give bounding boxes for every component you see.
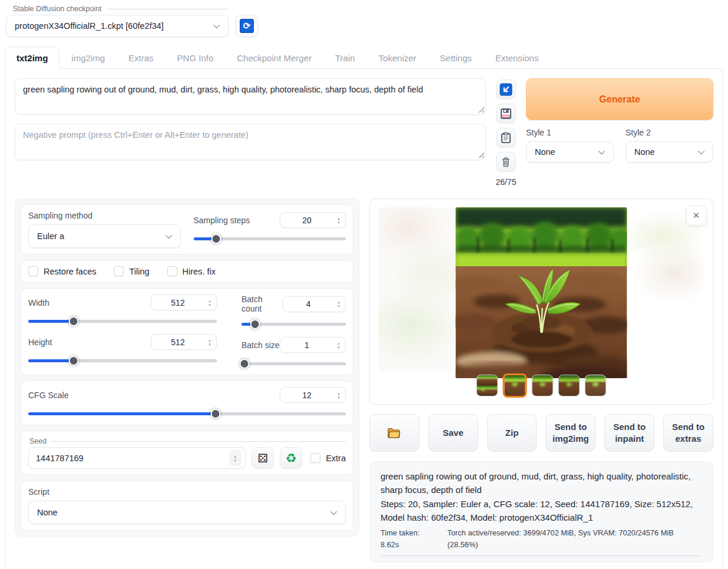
checkbox-box	[114, 266, 124, 276]
batch-count-slider[interactable]	[241, 319, 346, 329]
restore-faces-checkbox[interactable]: Restore faces	[28, 266, 96, 276]
sampling-method-label: Sampling method	[28, 211, 181, 220]
tab-train[interactable]: Train	[323, 47, 367, 69]
negative-prompt-wrap	[15, 124, 486, 160]
checkpoint-label-text: Stable Diffusion checkpoint	[13, 5, 102, 13]
clear-prompt-button[interactable]	[496, 152, 516, 172]
tab-settings[interactable]: Settings	[428, 47, 484, 69]
dice-icon: ⚄	[257, 452, 267, 464]
tab-extras[interactable]: Extras	[117, 47, 166, 69]
cfg-scale-label: CFG Scale	[28, 391, 68, 400]
generation-info: green sapling rowing out of ground, mud,…	[369, 461, 713, 563]
image-actions: Save Zip Send to img2img Send to inpaint…	[369, 414, 713, 452]
seed-input[interactable]: 1441787169 ▴▾	[28, 447, 246, 469]
tab-png-info[interactable]: PNG Info	[166, 47, 226, 69]
generated-image[interactable]	[456, 207, 627, 378]
chevron-down-icon	[165, 232, 171, 239]
batch-count-value: 4	[283, 299, 333, 309]
sampling-steps-slider[interactable]	[194, 233, 346, 244]
zip-button[interactable]: Zip	[487, 414, 537, 452]
close-gallery-button[interactable]: ✕	[686, 206, 706, 226]
info-params: Steps: 20, Sampler: Euler a, CFG scale: …	[380, 497, 702, 525]
open-folder-button[interactable]	[369, 414, 419, 452]
random-seed-button[interactable]: ⚄	[252, 447, 274, 469]
stepper-arrows[interactable]: ▴▾	[333, 216, 345, 224]
folder-icon	[387, 427, 401, 439]
checkbox-box	[167, 266, 177, 276]
thumbnail-3[interactable]	[532, 375, 554, 396]
gallery-thumbnails	[476, 373, 607, 398]
style1-value: None	[535, 147, 555, 157]
checkbox-box	[28, 266, 38, 276]
script-dropdown[interactable]: None	[28, 501, 346, 524]
extra-seed-checkbox[interactable]: Extra	[310, 453, 346, 463]
cfg-scale-slider[interactable]	[28, 408, 346, 419]
height-input[interactable]: 512 ▴▾	[151, 334, 217, 350]
stepper-arrows[interactable]: ▴▾	[230, 450, 241, 466]
checkpoint-dropdown[interactable]: protogenX34OfficialR_1.ckpt [60fe2f34]	[6, 15, 229, 37]
main-tabs: txt2img img2img Extras PNG Info Checkpoi…	[5, 47, 723, 69]
thumbnail-2-selected[interactable]	[503, 373, 527, 398]
chevron-down-icon	[598, 148, 605, 154]
chevron-down-icon	[698, 148, 704, 154]
thumbnail-1-grid[interactable]	[476, 375, 498, 396]
stepper-arrows[interactable]: ▴▾	[333, 341, 345, 349]
width-slider[interactable]	[28, 316, 217, 326]
width-input[interactable]: 512 ▴▾	[151, 295, 217, 310]
refresh-checkpoints-button[interactable]: ⟳	[236, 15, 258, 37]
style2-label: Style 2	[626, 128, 713, 137]
tiling-checkbox[interactable]: Tiling	[114, 266, 149, 276]
style2-dropdown[interactable]: None	[626, 141, 713, 163]
script-label: Script	[28, 487, 346, 497]
sampling-steps-label: Sampling steps	[194, 216, 250, 225]
checkpoint-value: protogenX34OfficialR_1.ckpt [60fe2f34]	[15, 21, 164, 31]
reuse-seed-button[interactable]: ♻	[280, 447, 302, 469]
apply-style-button[interactable]	[496, 128, 516, 148]
label-rule	[51, 441, 346, 442]
thumbnail-5[interactable]	[585, 375, 607, 396]
stepper-arrows[interactable]: ▴▾	[204, 299, 216, 307]
tiling-label: Tiling	[129, 267, 149, 276]
batch-size-input[interactable]: 1 ▴▾	[280, 337, 346, 353]
stepper-arrows[interactable]: ▴▾	[204, 338, 216, 346]
prompt-wrap: green sapling rowing out of ground, mud,…	[15, 78, 486, 115]
tab-tokenizer[interactable]: Tokenizer	[367, 47, 428, 69]
batch-size-value: 1	[280, 340, 333, 350]
batch-size-slider[interactable]	[241, 358, 346, 369]
tab-checkpoint-merger[interactable]: Checkpoint Merger	[225, 47, 323, 69]
cfg-scale-input[interactable]: 12 ▴▾	[280, 387, 346, 403]
sampling-method-dropdown[interactable]: Euler a	[28, 224, 181, 248]
restore-faces-label: Restore faces	[44, 267, 96, 276]
save-button[interactable]: Save	[428, 414, 478, 452]
thumbnail-4[interactable]	[558, 375, 580, 396]
tab-img2img[interactable]: img2img	[59, 47, 117, 69]
hires-fix-checkbox[interactable]: Hires. fix	[167, 266, 216, 276]
sampling-method-value: Euler a	[37, 231, 64, 241]
tab-txt2img[interactable]: txt2img	[5, 47, 59, 69]
send-to-img2img-button[interactable]: Send to img2img	[545, 414, 595, 452]
negative-prompt-input[interactable]	[15, 124, 486, 160]
label-rule	[107, 9, 229, 9]
paste-params-button[interactable]	[496, 80, 516, 100]
generate-button[interactable]: Generate	[526, 78, 713, 120]
token-counter: 26/75	[495, 177, 516, 187]
send-to-extras-button[interactable]: Send to extras	[663, 414, 713, 452]
tab-extensions[interactable]: Extensions	[484, 47, 550, 69]
batch-count-input[interactable]: 4 ▴▾	[283, 296, 346, 312]
stepper-arrows[interactable]: ▴▾	[333, 391, 345, 399]
clipboard-icon	[500, 132, 512, 144]
output-panel: ✕	[369, 199, 713, 563]
send-to-inpaint-button[interactable]: Send to inpaint	[604, 414, 654, 452]
stepper-arrows[interactable]: ▴▾	[333, 300, 345, 308]
style1-dropdown[interactable]: None	[526, 141, 614, 163]
save-style-button[interactable]	[496, 104, 516, 124]
refresh-icon: ⟳	[240, 19, 254, 33]
close-icon: ✕	[693, 210, 700, 221]
info-time-taken: Time taken: 8.62s	[380, 527, 439, 551]
prompt-input[interactable]: green sapling rowing out of ground, mud,…	[15, 78, 486, 115]
sampling-steps-input[interactable]: 20 ▴▾	[280, 212, 346, 228]
seed-label: Seed	[29, 437, 47, 445]
recycle-icon: ♻	[286, 452, 297, 464]
height-slider[interactable]	[28, 355, 217, 366]
gallery-neighbor-right	[629, 207, 704, 371]
